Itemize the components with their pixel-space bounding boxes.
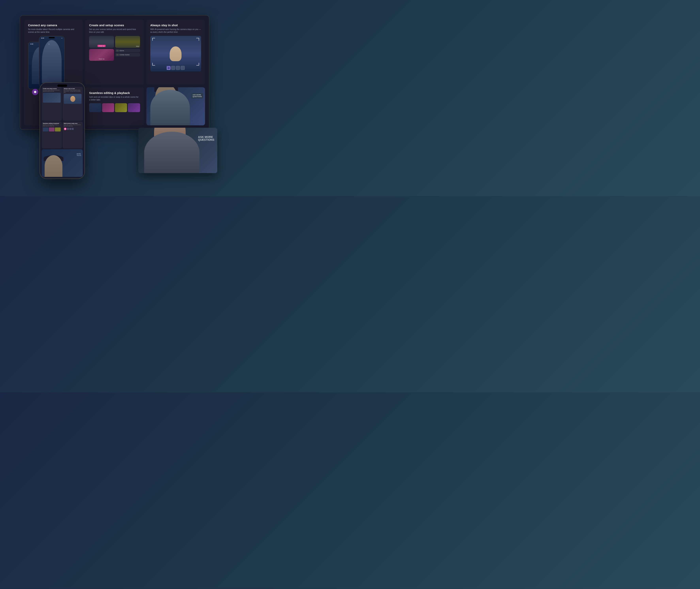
frame-corners	[152, 38, 199, 65]
iphone-screen: Create and setup scenes Set up your scen…	[40, 83, 84, 178]
clip-1	[89, 103, 101, 112]
autoframe-controls	[166, 66, 185, 70]
multicam-icons-row	[64, 128, 82, 130]
scene-option-label-scene: Scene	[120, 50, 124, 51]
ifc-mini-face	[70, 96, 75, 102]
card-autoframe: Always stay in shot With AI-powered auto…	[146, 20, 205, 85]
ifc-preview-scenes	[43, 93, 60, 103]
scenes-grid: Close Up Wide Close Up Scene	[89, 36, 140, 61]
sign-text-top: ASK MORE	[192, 94, 202, 96]
record-icon	[34, 91, 36, 93]
card-create-scenes: Create and setup scenes Set up your scen…	[85, 20, 144, 85]
ifc-card-scenes: Create and setup scenes Set up your scen…	[42, 87, 62, 121]
record-dot-multicam	[64, 128, 66, 130]
cam-icon-1	[67, 128, 69, 130]
ifc-card-multicam: Multi-camera made easy Never miss a mome…	[62, 122, 83, 149]
scene-thumb-closeup2[interactable]: Close Up	[89, 49, 114, 61]
clip-2	[102, 103, 114, 112]
card-title-autoframe: Always stay in shot	[150, 23, 201, 27]
ctrl-btn-1[interactable]	[166, 66, 170, 70]
large-man-body	[144, 132, 199, 173]
phone-status-front: 10:20 ▪▪▪	[40, 37, 63, 39]
ifc-preview-autoframe	[64, 94, 82, 104]
scene-option-combo[interactable]: Combo Scene	[115, 53, 140, 56]
frame-icon	[167, 66, 171, 70]
corner-tl	[152, 38, 155, 41]
cam-icon-3	[72, 128, 74, 130]
ctrl-btn-3[interactable]	[176, 66, 180, 70]
ifc-title-scenes: Create and setup scenes	[43, 88, 60, 89]
card-desc-editing: Split and cut recorded clips or swap in …	[89, 96, 140, 101]
ifc-desc-autoframe: With AI-powered auto framing the camera …	[64, 89, 82, 93]
editing-clips	[89, 103, 140, 112]
ctrl-btn-2[interactable]	[171, 66, 175, 70]
card-title-cameras: Connect any camera	[28, 23, 79, 27]
card-desc-cameras: No more double takes! Record multiple ca…	[28, 28, 79, 33]
scene-option-scene[interactable]: Scene	[115, 49, 140, 52]
card-desc-scenes: Set up your scenes before you record and…	[89, 28, 140, 33]
autoframe-preview	[150, 36, 201, 71]
phone-icons-back: ▪▪▪	[48, 43, 49, 45]
mini-clip-1	[43, 128, 48, 132]
scene-options: Scene Combo Scene	[115, 49, 140, 61]
scene-combo-icon	[116, 54, 119, 56]
phone-status-back: 10:20 ▪▪▪	[29, 43, 50, 45]
iphone-mockup: Create and setup scenes Set up your scen…	[39, 82, 85, 179]
ifc-title-autoframe: Always stay in shot	[64, 88, 82, 89]
ifc-title-editing: Seamless editing & playback	[43, 123, 60, 124]
ctrl-btn-4[interactable]	[181, 66, 185, 70]
clip-3	[115, 103, 127, 112]
scene-label-closeup: Close Up	[98, 45, 106, 47]
sign-text-bottom: QUESTIONS	[192, 96, 202, 98]
clip-4	[128, 103, 140, 112]
card-desc-autoframe: With AI-powered auto framing the camera …	[150, 28, 201, 33]
iphone-features-grid: Create and setup scenes Set up your scen…	[40, 83, 84, 149]
corner-bl	[152, 63, 155, 65]
iphone-bottom-photo: MORETALKS	[42, 149, 83, 177]
ifc-desc-multicam: Never miss a moment. When you open the a…	[64, 124, 82, 127]
ifc-desc-editing: Split and cut recorded clips or swap in …	[43, 124, 60, 127]
phone-time-front: 10:20	[41, 37, 44, 39]
scene-wrapper: Connect any camera No more double takes!…	[12, 11, 221, 185]
card-editing: Seamless editing & playback Split and cu…	[85, 87, 144, 126]
silhouette-main	[42, 40, 62, 83]
card-title-editing: Seamless editing & playback	[89, 91, 140, 94]
man-photo: ASK MORE QUESTIONS	[146, 87, 205, 126]
bottom-sign: MORETALKS	[77, 153, 81, 156]
mini-clip-3	[55, 128, 60, 132]
man-silhouette	[150, 90, 190, 125]
large-sign: ASK MOREQUESTIONS	[198, 136, 214, 141]
large-photo: ASK MOREQUESTIONS	[138, 128, 217, 173]
iphone-body: Create and setup scenes Set up your scen…	[39, 82, 85, 179]
sign-board: ASK MORE QUESTIONS	[191, 93, 203, 99]
ifc-title-multicam: Multi-camera made easy	[64, 123, 82, 124]
ifc-clips	[43, 128, 60, 132]
phone-time-back: 10:20	[30, 43, 33, 45]
svg-rect-0	[167, 67, 170, 69]
mini-clip-2	[49, 128, 55, 132]
ifc-desc-scenes: Set up your scenes before you record and…	[43, 89, 60, 92]
scene-thumb-wide[interactable]: Wide	[115, 36, 140, 48]
record-dot-inner	[64, 128, 66, 130]
dynamic-island	[57, 84, 67, 87]
ifc-preview-scenes-inner	[43, 93, 60, 103]
phone-icons-front: ▪▪▪	[61, 37, 62, 39]
bottom-man-head	[45, 155, 62, 177]
record-button[interactable]	[32, 89, 38, 95]
ifc-card-editing: Seamless editing & playback Split and cu…	[42, 122, 62, 149]
scene-option-icon	[116, 50, 119, 51]
large-photo-inner: ASK MOREQUESTIONS	[138, 128, 217, 173]
corner-br	[196, 63, 199, 65]
card-photo-man: ASK MORE QUESTIONS	[146, 87, 205, 126]
scene-thumb-closeup[interactable]: Close Up	[89, 36, 114, 48]
corner-tr	[196, 38, 199, 41]
card-title-scenes: Create and setup scenes	[89, 23, 140, 27]
ifc-card-autoframe: Always stay in shot With AI-powered auto…	[62, 87, 83, 121]
scene-label-closeup2: Close Up	[98, 58, 106, 60]
scene-label-wide: Wide	[136, 46, 139, 47]
cam-icon-2	[69, 128, 71, 130]
scene-option-label-combo: Combo Scene	[120, 54, 130, 56]
